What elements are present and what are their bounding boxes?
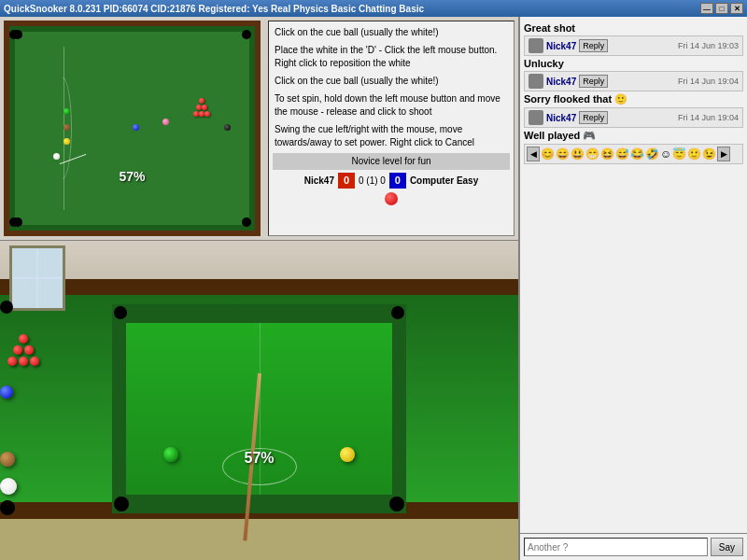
emoji-bar: ◀ 😊 😄 😃 😁 😆 😅 😂 🤣 ☺ 😇 🙂 😉 ▶: [524, 144, 743, 164]
table-right-cushion: [392, 304, 406, 513]
instruction-4: To set spin, hold down the left mouse bu…: [273, 91, 510, 119]
chat-msg-row-2: Nick47 Reply Fri 14 Jun 19:04: [529, 74, 739, 89]
instruction-1: Click on the cue ball (usually the white…: [273, 25, 510, 40]
chat-input[interactable]: [524, 538, 708, 556]
chat-label-well-played: Well played 🎮: [524, 130, 743, 142]
avatar-1: [529, 38, 543, 53]
maximize-button[interactable]: □: [715, 3, 728, 14]
chat-msg-row-3: Nick47 Reply Fri 14 Jun 19:04: [529, 110, 739, 125]
instruction-5: Swing the cue left/right with the mouse,…: [273, 122, 510, 150]
emoji-scroll-left[interactable]: ◀: [527, 147, 540, 161]
pocket-3d-tl: [114, 306, 127, 319]
minimize-button[interactable]: —: [700, 3, 713, 14]
chat-timestamp-1: Fri 14 Jun 19:03: [678, 41, 739, 50]
pocket-3d-bl: [114, 497, 129, 511]
emoji-11[interactable]: 🙂: [687, 147, 701, 161]
window-pane-3: [12, 279, 36, 308]
instruction-2: Place the white in the 'D' - Click the l…: [273, 43, 510, 71]
pocket-bm: [9, 217, 19, 227]
cushion-right: [249, 26, 255, 231]
ball-green-2d: [63, 108, 70, 115]
top-view: 57% Click on the cue ball (usually the w…: [0, 17, 518, 241]
window-title: QuickSnooker 8.0.231 PID:66074 CID:21876…: [4, 4, 424, 14]
ball-blue-2d: [133, 124, 139, 131]
ball-pink-2d: [162, 119, 169, 125]
instruction-3: Click on the cue ball (usually the white…: [273, 74, 510, 89]
chat-input-area: Say: [520, 533, 747, 560]
reply-button-2[interactable]: Reply: [579, 75, 608, 88]
chat-message-2: Nick47 Reply Fri 14 Jun 19:04: [524, 71, 743, 91]
opponent-score: 0: [389, 173, 406, 189]
emoji-3[interactable]: 😃: [571, 147, 585, 161]
avatar-2: [529, 74, 543, 89]
emoji-7[interactable]: 😂: [630, 147, 644, 161]
emoji-12[interactable]: 😉: [702, 147, 716, 161]
ball-brown-2d: [63, 124, 70, 131]
ball-brown-3d: [0, 452, 15, 467]
chat-username-1: Nick47: [546, 41, 576, 51]
table-left-cushion: [112, 304, 126, 513]
pocket-3d-br: [389, 497, 404, 511]
cushion-bottom: [9, 225, 255, 231]
window-pane-1: [12, 248, 36, 277]
window-controls[interactable]: — □ ✕: [700, 3, 743, 14]
say-button[interactable]: Say: [711, 538, 743, 556]
cushion-left: [9, 26, 15, 231]
table-near-cushion: [112, 495, 406, 513]
score-row: Nick47 0 0 (1) 0 0 Computer Easy: [273, 173, 510, 189]
instructions-panel: Click on the cue ball (usually the white…: [268, 21, 514, 236]
mid-score: 0 (1) 0: [359, 175, 386, 188]
emoji-1[interactable]: 😊: [541, 147, 555, 161]
reply-button-3[interactable]: Reply: [579, 111, 608, 124]
red-ball-display: [385, 192, 398, 205]
emoji-8[interactable]: 🤣: [645, 147, 659, 161]
ball-green-3d: [163, 447, 178, 462]
avatar-3: [529, 110, 543, 125]
pocket-3d-tm: [0, 301, 13, 314]
pocket-3d-bm: [0, 500, 15, 515]
emoji-6[interactable]: 😅: [615, 147, 629, 161]
emoji-5[interactable]: 😆: [600, 147, 614, 161]
chat-input-row: Say: [524, 538, 743, 556]
pocket-3d-tr: [391, 306, 404, 319]
player-score: 0: [338, 173, 355, 189]
reply-button-1[interactable]: Reply: [579, 39, 608, 52]
window-pane-4: [38, 279, 63, 308]
ball-black-2d: [224, 124, 231, 131]
chat-username-2: Nick47: [546, 77, 576, 87]
ball-white-3d: [0, 478, 17, 495]
ball-white-2d: [53, 153, 60, 160]
chat-label-sorry: Sorry flooked that 🙂: [524, 93, 743, 105]
opponent-name: Computer Easy: [410, 175, 478, 188]
chat-messages-container: Great shot Nick47 Reply Fri 14 Jun 19:03…: [520, 17, 747, 533]
percentage-2d: 57%: [119, 169, 145, 184]
view-3d[interactable]: 57%: [0, 241, 518, 560]
chat-panel: Great shot Nick47 Reply Fri 14 Jun 19:03…: [518, 17, 747, 560]
pocket-tr: [242, 30, 251, 39]
percentage-3d: 57%: [244, 450, 274, 467]
emoji-scroll-right[interactable]: ▶: [717, 147, 730, 161]
ball-yellow-3d: [340, 447, 355, 462]
pocket-br: [242, 217, 251, 227]
snooker-table-2d[interactable]: 57%: [4, 21, 261, 236]
emoji-4[interactable]: 😁: [585, 147, 599, 161]
emoji-10[interactable]: 😇: [672, 147, 686, 161]
chat-label-great-shot: Great shot: [524, 22, 743, 34]
chat-username-3: Nick47: [546, 113, 576, 123]
chat-timestamp-2: Fri 14 Jun 19:04: [678, 77, 739, 86]
close-button[interactable]: ✕: [730, 3, 743, 14]
room-window: [9, 245, 65, 311]
chat-label-unlucky: Unlucky: [524, 58, 743, 69]
center-line-3d: [260, 323, 261, 495]
title-bar: QuickSnooker 8.0.231 PID:66074 CID:21876…: [0, 0, 747, 17]
ball-blue-3d: [0, 385, 13, 399]
emoji-9[interactable]: ☺: [660, 147, 671, 161]
game-area: 57% Click on the cue ball (usually the w…: [0, 17, 518, 560]
chat-message-3: Nick47 Reply Fri 14 Jun 19:04: [524, 107, 743, 128]
chat-message-1: Nick47 Reply Fri 14 Jun 19:03: [524, 35, 743, 56]
pocket-tm: [9, 30, 19, 39]
emoji-2[interactable]: 😄: [556, 147, 570, 161]
cushion-top: [9, 26, 255, 32]
novice-level-label: Novice level for fun: [273, 153, 510, 170]
window-pane-2: [38, 248, 63, 277]
